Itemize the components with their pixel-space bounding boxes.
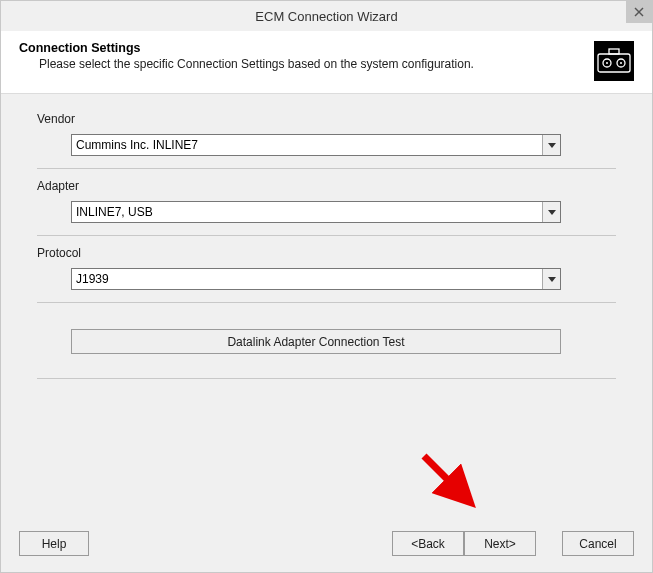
protocol-value: J1939 (76, 272, 109, 286)
svg-point-7 (620, 62, 622, 64)
vendor-label: Vendor (37, 112, 616, 126)
help-button[interactable]: Help (19, 531, 89, 556)
protocol-select[interactable]: J1939 (71, 268, 561, 290)
content-area: Vendor Cummins Inc. INLINE7 Adapter INLI… (1, 94, 652, 521)
protocol-label: Protocol (37, 246, 616, 260)
svg-rect-3 (609, 49, 619, 54)
svg-point-6 (606, 62, 608, 64)
test-button-section: Datalink Adapter Connection Test (37, 329, 616, 379)
ecm-icon (594, 41, 634, 81)
header-panel: Connection Settings Please select the sp… (1, 31, 652, 94)
back-button[interactable]: <Back (392, 531, 464, 556)
adapter-group: Adapter INLINE7, USB (37, 179, 616, 236)
footer: Help <Back Next> Cancel (1, 521, 652, 572)
adapter-select[interactable]: INLINE7, USB (71, 201, 561, 223)
nav-button-group: <Back Next> (392, 531, 536, 556)
titlebar: ECM Connection Wizard (1, 1, 652, 31)
close-icon (634, 7, 644, 17)
adapter-value: INLINE7, USB (76, 205, 153, 219)
cancel-button[interactable]: Cancel (562, 531, 634, 556)
header-subtitle: Please select the specific Connection Se… (39, 57, 584, 71)
vendor-value: Cummins Inc. INLINE7 (76, 138, 198, 152)
adapter-label: Adapter (37, 179, 616, 193)
close-button[interactable] (626, 1, 652, 23)
header-title: Connection Settings (19, 41, 584, 55)
window-title: ECM Connection Wizard (255, 9, 397, 24)
next-button[interactable]: Next> (464, 531, 536, 556)
vendor-select[interactable]: Cummins Inc. INLINE7 (71, 134, 561, 156)
vendor-group: Vendor Cummins Inc. INLINE7 (37, 112, 616, 169)
wizard-window: ECM Connection Wizard Connection Setting… (0, 0, 653, 573)
datalink-test-button[interactable]: Datalink Adapter Connection Test (71, 329, 561, 354)
header-text: Connection Settings Please select the sp… (19, 41, 584, 71)
protocol-group: Protocol J1939 (37, 246, 616, 303)
